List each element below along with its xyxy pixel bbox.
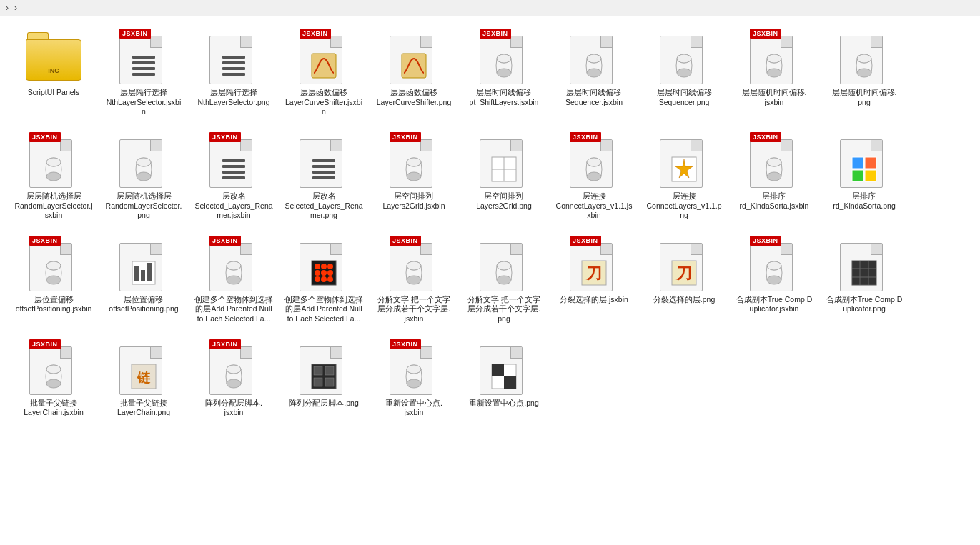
random-time-png[interactable]: 层层随机时间偏移.png [822, 24, 906, 121]
sequencer-png[interactable]: 层层时间线偏移Sequencer.png [642, 24, 726, 121]
svg-rect-55 [865, 170, 876, 181]
nth-layer-selector-jsxbin[interactable]: JSXBIN 层层隔行选择NthLayerSelector.jsxbin [102, 24, 186, 121]
svg-text:刀: 刀 [585, 264, 602, 282]
nth-layer-selector-png[interactable]: 层层隔行选择NthLayerSelector.png [192, 24, 276, 121]
selected-layers-renamer-jsxbin-icon: JSXBIN [205, 131, 262, 189]
breadcrumb-arrow: › [6, 3, 9, 13]
svg-rect-9 [402, 54, 426, 78]
split-selected-png[interactable]: 刀 分裂选择的层.png [642, 231, 726, 329]
reset-anchor-jsxbin-label: 重新设置中心点.jsxbin [385, 399, 442, 418]
connect-layers-png[interactable]: 层连接ConnectLayers_v1.1.png [642, 127, 726, 225]
random-time-jsxbin[interactable]: JSXBIN 层层随机时间偏移.jsxbin [732, 24, 816, 121]
svg-rect-4 [222, 56, 245, 59]
svg-rect-32 [222, 165, 245, 168]
scriptui-panels[interactable]: INC ScriptUI Panels [11, 24, 96, 121]
layer-chain-png-label: 批量子父链接LayerChain.png [117, 399, 170, 418]
array-distribute-jsxbin-label: 阵列分配层脚本.jsxbin [205, 399, 262, 418]
svg-point-12 [497, 54, 511, 63]
svg-rect-89 [852, 261, 876, 285]
layer-curve-shifter-jsxbin-icon: JSXBIN [295, 28, 352, 85]
array-distribute-jsxbin[interactable]: JSXBIN 阵列分配层脚本.jsxbin [192, 334, 276, 422]
svg-rect-103 [314, 366, 322, 375]
reset-anchor-png-label: 重新设置中心点.png [469, 399, 538, 409]
random-layer-selector-jsxbin-icon: JSXBIN [25, 131, 82, 189]
svg-point-20 [767, 69, 781, 77]
svg-point-67 [315, 264, 320, 269]
split-text-jsxbin-icon: JSXBIN [385, 235, 442, 292]
reset-anchor-png[interactable]: 重新设置中心点.png [462, 334, 546, 422]
selected-layers-renamer-jsxbin[interactable]: JSXBIN 层改名Selected_Layers_Renamer.jsxbin [192, 127, 276, 225]
svg-point-96 [46, 365, 61, 374]
layer-chain-png-icon: 链 [115, 339, 172, 396]
svg-rect-1 [132, 61, 155, 64]
true-comp-duplicator-png[interactable]: 合成副本True Comp Duplicator.png [822, 231, 906, 329]
svg-point-81 [497, 261, 511, 270]
array-distribute-png[interactable]: 阵列分配层脚本.png [282, 334, 366, 422]
svg-point-18 [677, 54, 691, 63]
svg-point-41 [407, 158, 421, 166]
svg-point-65 [227, 261, 241, 270]
random-time-jsxbin-label: 层层随机时间偏移.jsxbin [742, 88, 807, 107]
svg-rect-105 [314, 378, 322, 386]
svg-rect-33 [222, 171, 245, 174]
svg-point-24 [857, 54, 871, 63]
svg-point-109 [407, 365, 421, 374]
breadcrumb-sep: › [14, 3, 17, 13]
rd-kindasorta-jsxbin[interactable]: JSXBIN 层排序rd_KindaSorta.jsxbin [732, 127, 816, 225]
layers2grid-png[interactable]: 层空间排列Layers2Grid.png [462, 127, 546, 225]
random-time-png-icon [836, 28, 893, 85]
sequencer-png-label: 层层时间线偏移Sequencer.png [657, 88, 712, 107]
svg-rect-60 [134, 266, 139, 281]
random-layer-selector-png[interactable]: 层层随机选择层RandomLayerSelector.png [102, 127, 186, 225]
pt-shift-layers-jsxbin[interactable]: JSXBIN 层层时间线偏移pt_ShiftLayers.jsxbin [462, 24, 546, 121]
svg-rect-53 [865, 157, 876, 169]
split-text-png-label: 分解文字 把一个文字层分成若干个文字层.png [465, 295, 543, 324]
array-distribute-png-label: 阵列分配层脚本.png [289, 399, 358, 409]
svg-rect-36 [312, 165, 335, 168]
svg-point-77 [407, 276, 421, 284]
connect-layers-jsxbin[interactable]: JSXBIN 层连接ConnectLayers_v1.1.jsxbin [552, 127, 636, 225]
nth-layer-selector-png-label: 层层隔行选择NthLayerSelector.png [198, 88, 270, 107]
svg-rect-106 [325, 378, 334, 386]
add-parented-null-png[interactable]: 创建多个空物体到选择的层Add Parented Null to Each Se… [282, 231, 366, 329]
svg-rect-38 [312, 176, 335, 179]
svg-point-23 [857, 69, 871, 77]
split-selected-jsxbin[interactable]: JSXBIN 刀 分裂选择的层.jsxbin [552, 231, 636, 329]
svg-point-108 [407, 379, 421, 388]
layers2grid-png-label: 层空间排列Layers2Grid.png [476, 191, 532, 211]
layers2grid-jsxbin[interactable]: JSXBIN 层空间排列Layers2Grid.jsxbin [372, 127, 456, 225]
connect-layers-jsxbin-label: 层连接ConnectLayers_v1.1.jsxbin [555, 191, 633, 221]
reset-anchor-jsxbin[interactable]: JSXBIN 重新设置中心点.jsxbin [372, 334, 456, 422]
layer-chain-jsxbin-label: 批量子父链接LayerChain.jsxbin [24, 399, 83, 418]
split-selected-png-label: 分裂选择的层.png [653, 295, 715, 305]
split-text-jsxbin[interactable]: JSXBIN 分解文字 把一个文字层分成若干个文字层.jsxbin [372, 231, 456, 329]
svg-rect-2 [132, 67, 155, 70]
svg-rect-5 [222, 61, 245, 64]
split-text-png[interactable]: 分解文字 把一个文字层分成若干个文字层.png [462, 231, 546, 329]
nth-layer-selector-jsxbin-label: 层层隔行选择NthLayerSelector.jsxbin [104, 88, 183, 117]
svg-point-88 [767, 261, 781, 270]
svg-point-95 [46, 379, 61, 388]
layer-chain-png[interactable]: 链 批量子父链接LayerChain.png [102, 334, 186, 422]
random-layer-selector-jsxbin[interactable]: JSXBIN 层层随机选择层RandomLayerSelector.jsxbin [11, 127, 96, 225]
add-parented-null-png-label: 创建多个空物体到选择的层Add Parented Null to Each Se… [284, 295, 363, 324]
sequencer-jsxbin[interactable]: 层层时间线偏移Sequencer.jsxbin [552, 24, 636, 121]
offset-positioning-jsxbin[interactable]: JSXBIN 层位置偏移offsetPositioning.jsxbin [11, 231, 96, 329]
layer-curve-shifter-jsxbin[interactable]: JSXBIN 层层函数偏移LayerCurveShifter.jsxbin [282, 24, 366, 121]
selected-layers-renamer-png[interactable]: 层改名Selected_Layers_Renamer.png [282, 127, 366, 225]
svg-rect-3 [132, 73, 155, 76]
offset-positioning-png[interactable]: 层位置偏移offsetPositioning.png [102, 231, 186, 329]
svg-rect-37 [312, 171, 335, 174]
add-parented-null-jsxbin[interactable]: JSXBIN 创建多个空物体到选择的层Add Parented Null to … [192, 231, 276, 329]
true-comp-duplicator-jsxbin[interactable]: JSXBIN 合成副本True Comp Duplicator.jsxbin [732, 231, 816, 329]
split-selected-jsxbin-icon: JSXBIN 刀 [565, 235, 623, 292]
svg-rect-104 [325, 366, 334, 375]
svg-point-40 [407, 172, 421, 181]
svg-point-74 [321, 276, 327, 282]
svg-point-69 [327, 264, 333, 269]
add-parented-null-jsxbin-icon: JSXBIN [205, 235, 262, 292]
pt-shift-layers-jsxbin-label: 层层时间线偏移pt_ShiftLayers.jsxbin [470, 88, 539, 107]
layer-curve-shifter-png[interactable]: 层层函数偏移LayerCurveShifter.png [372, 24, 456, 121]
layer-chain-jsxbin[interactable]: JSXBIN 批量子父链接LayerChain.jsxbin [11, 334, 96, 422]
rd-kindasorta-png[interactable]: 层排序rd_KindaSorta.png [822, 127, 906, 225]
